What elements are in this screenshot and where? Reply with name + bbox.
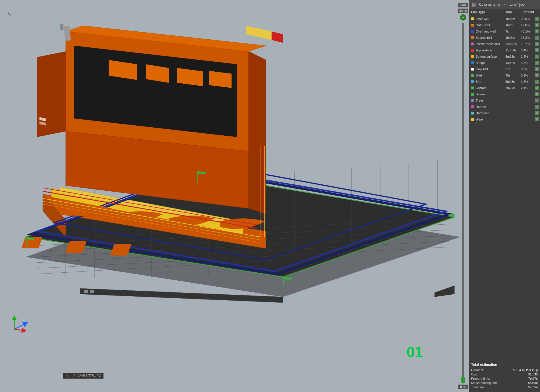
svg-marker-80 (283, 277, 284, 286)
line-type-toggle-inner-wall[interactable] (535, 17, 539, 21)
printer-material-label: 🖨 ◻ PLA/ABS/TPU/PC (63, 373, 103, 378)
line-type-toggle-wipe[interactable] (535, 117, 539, 121)
svg-rect-73 (90, 290, 94, 293)
line-type-toggle-sparse-infill[interactable] (535, 36, 539, 40)
svg-rect-83 (60, 24, 63, 30)
print-bed (0, 0, 469, 392)
layer-label-01: 01 (407, 343, 423, 361)
line-type-pct-sparse-infill: 27.3% (521, 36, 535, 39)
line-type-color-retract (471, 105, 474, 108)
prepare-value: 7m27s (528, 377, 538, 380)
line-type-time-top-surface: 11m54s (505, 49, 521, 52)
line-type-panel: Color scheme ∨ Line Type Line Type Time … (469, 0, 540, 392)
axis-indicator (9, 312, 31, 335)
line-type-name-seams: Seams (475, 93, 505, 96)
line-type-pct-inner-wall: 26.6% (521, 17, 535, 21)
line-type-tab[interactable]: Line Type (509, 2, 526, 7)
line-type-name-bridge: Bridge (475, 61, 505, 65)
line-type-pct-skirt: 0.2% (521, 74, 535, 77)
line-type-row: Bridge13m2s3.7% (469, 60, 540, 66)
line-types-list: Inner wall1h34m26.6%Outer wall1h2m17.6%O… (469, 15, 540, 360)
line-type-pct-bottom-surface: 1.8% (521, 55, 535, 58)
line-type-toggle-custom[interactable] (535, 86, 539, 90)
line-type-row: Outer wall1h2m17.6% (469, 22, 540, 28)
line-type-time-brim: 5m23s (505, 80, 521, 83)
total-time-row: Total time: 5h52m (471, 385, 538, 389)
line-type-toggle-retract[interactable] (535, 105, 539, 109)
line-type-toggle-unretract[interactable] (535, 111, 539, 115)
layer-top-value: 260 (458, 3, 468, 7)
tab-separator: ∨ (504, 3, 506, 7)
line-type-toggle-top-surface[interactable] (535, 48, 539, 52)
layer-min-value: 0.20 (458, 385, 468, 389)
svg-rect-93 (472, 5, 473, 6)
total-label: Total time: (471, 385, 485, 389)
color-scheme-icon (472, 3, 476, 7)
line-type-toggle-skirt[interactable] (535, 73, 539, 77)
line-type-row: Unretract (469, 110, 540, 116)
estimation-title: Total estimation (471, 363, 538, 367)
line-type-color-skirt (471, 74, 474, 77)
line-type-time-sparse-infill: 1h36m (505, 36, 521, 39)
line-type-pct-overhang-wall: <0.1% (521, 30, 535, 33)
line-type-toggle-brim[interactable] (535, 80, 539, 84)
line-type-row: Wipe (469, 116, 540, 122)
svg-rect-92 (474, 3, 475, 4)
line-type-row: Retract (469, 104, 540, 110)
line-type-name-internal-solid-infill: Internal solid infill (475, 42, 505, 46)
line-type-time-bottom-surface: 6m13s (505, 55, 521, 58)
line-type-color-outer-wall (471, 24, 474, 27)
line-type-color-top-surface (471, 49, 474, 52)
line-type-row: Brim5m23s1.5% (469, 79, 540, 85)
color-scheme-tab[interactable]: Color scheme (478, 2, 501, 7)
line-type-color-inner-wall (471, 17, 474, 20)
layer-track[interactable] (462, 23, 464, 383)
line-type-toggle-gap-infill[interactable] (535, 67, 539, 71)
3d-viewport[interactable]: ↖ 01 🖨 ◻ PLA/ABS/TPU/PC (0, 0, 469, 392)
line-type-toggle-seams[interactable] (535, 92, 539, 96)
line-type-color-overhang-wall (471, 30, 474, 33)
line-type-name-bottom-surface: Bottom surface (475, 55, 505, 58)
line-type-time-internal-solid-infill: 55m22s (505, 42, 521, 46)
cost-label: Cost: (471, 373, 479, 376)
line-type-name-retract: Retract (475, 105, 505, 108)
line-type-pct-custom: 2.1% (521, 86, 535, 90)
layer-slider-plus[interactable]: + (460, 14, 466, 21)
line-type-row: Gap infill37s0.2% (469, 66, 540, 72)
svg-marker-42 (209, 71, 232, 88)
line-type-name-custom: Custom (475, 86, 505, 90)
line-type-time-inner-wall: 1h34m (505, 17, 521, 21)
line-type-color-internal-solid-infill (471, 43, 474, 45)
line-type-color-wipe (471, 118, 474, 121)
line-type-color-travel (471, 99, 474, 102)
line-type-color-seams (471, 93, 474, 96)
line-type-toggle-bridge[interactable] (535, 61, 539, 65)
col-time: Time (505, 10, 523, 14)
total-value: 5h52m (528, 385, 538, 389)
line-type-toggle-bottom-surface[interactable] (535, 55, 539, 59)
line-type-row: Seams (469, 91, 540, 97)
layer-thumb-bottom[interactable] (461, 379, 465, 383)
line-type-time-custom: 7m27s (505, 86, 521, 90)
svg-line-84 (14, 323, 26, 329)
col-percent: Percent (523, 10, 540, 14)
line-type-toggle-overhang-wall[interactable] (535, 29, 539, 33)
line-type-pct-top-surface: 3.4% (521, 49, 535, 52)
line-type-name-gap-infill: Gap infill (475, 67, 505, 71)
layer-slider[interactable]: 260 48.00 + 0.20 (457, 0, 469, 392)
line-type-toggle-internal-solid-infill[interactable] (535, 42, 539, 46)
line-type-toggle-outer-wall[interactable] (535, 23, 539, 27)
filament-row: Filament: 57.04 m 159.15 g (471, 368, 538, 372)
line-type-row: Bottom surface6m13s1.8% (469, 53, 540, 60)
line-type-row: Custom7m27s2.1% (469, 85, 540, 91)
line-type-name-outer-wall: Outer wall (475, 23, 505, 27)
line-type-name-skirt: Skirt (475, 74, 505, 77)
line-type-pct-internal-solid-infill: 15.7% (521, 42, 535, 46)
line-type-color-custom (471, 87, 474, 89)
line-type-row: Inner wall1h34m26.6% (469, 16, 540, 22)
prepare-label: Prepare time: (471, 377, 490, 380)
line-type-toggle-travel[interactable] (535, 98, 539, 102)
line-type-row: Skirt35s0.2% (469, 72, 540, 79)
panel-header: Color scheme ∨ Line Type (469, 0, 540, 9)
column-headers: Line Type Time Percent Display (469, 9, 540, 15)
